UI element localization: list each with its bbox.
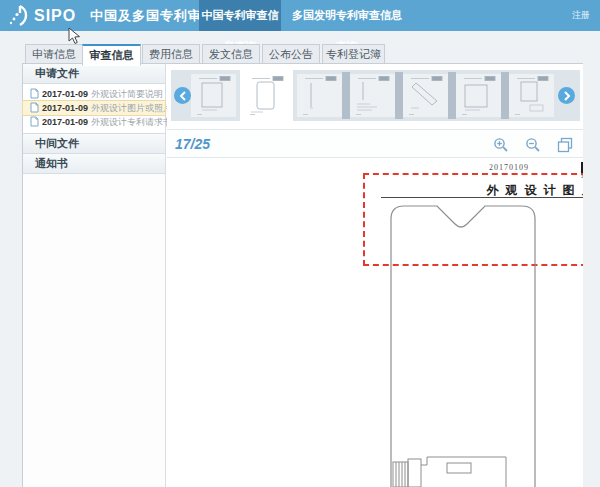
thumbnail-tablet-front[interactable] xyxy=(191,74,236,117)
nav-tab-multinational-patent[interactable]: 多国发明专利审查信息查询 xyxy=(288,0,406,31)
mouse-cursor-icon xyxy=(68,27,81,45)
design-drawing-phone-front xyxy=(384,200,544,487)
section-tabbar: 申请信息 审查信息 费用信息 发文信息 公布公告 专利登记簿 xyxy=(0,44,600,64)
tab-examination-info[interactable]: 审查信息 xyxy=(82,44,141,66)
file-label: 外观设计简要说明 xyxy=(91,88,163,101)
thumbnail-preview-icon xyxy=(191,74,236,117)
thumbnail-separator xyxy=(342,72,350,119)
thumbnail-separator xyxy=(448,72,456,119)
app-header: SIPO 中国及多国专利审查信息查询 中国专利审查信息查询 多国发明专利审查信息… xyxy=(0,0,600,31)
file-item[interactable]: 2017-01-09外观设计专利请求书 xyxy=(23,115,165,129)
file-item[interactable]: 2017-01-09外观设计简要说明 xyxy=(23,87,165,101)
thumbnail-preview-icon xyxy=(509,74,554,117)
thumbnail-small-rect[interactable] xyxy=(509,74,554,117)
sidebar-section-intermediate-files[interactable]: 中间文件 xyxy=(23,134,165,154)
design-drawing-bottom-detail xyxy=(384,450,519,487)
thumbnail-separator xyxy=(501,72,509,119)
thumbnails-next-button[interactable] xyxy=(558,87,575,104)
thumbnail-vertical-line[interactable] xyxy=(297,74,342,117)
tab-publication-announcement[interactable]: 公布公告 xyxy=(262,44,320,64)
thumbnail-line-with-text[interactable] xyxy=(350,74,395,117)
content-panel: 申请文件 2017-01-09外观设计简要说明2017-01-09外观设计图片或… xyxy=(22,63,583,487)
logo-text: SIPO xyxy=(34,7,76,25)
thumbnail-preview-icon xyxy=(244,74,289,117)
thumbnail-perspective-view[interactable] xyxy=(403,74,448,117)
document-icon xyxy=(30,88,39,101)
file-label: 外观设计专利请求书 xyxy=(91,116,172,129)
sidebar-section-notifications[interactable]: 通知书 xyxy=(23,154,165,174)
document-icon xyxy=(30,116,39,129)
zoom-out-icon[interactable] xyxy=(525,137,541,153)
register-link[interactable]: 注册 xyxy=(572,0,590,31)
nav-tab-china-patent[interactable]: 中国专利审查信息查询 xyxy=(199,0,281,31)
tab-issued-documents[interactable]: 发文信息 xyxy=(202,44,260,64)
thumbnail-preview-icon xyxy=(456,74,501,117)
thumbnail-rect-outline[interactable] xyxy=(456,74,501,117)
zoom-in-icon[interactable] xyxy=(493,137,509,153)
document-viewer: 17/25 20170109 xyxy=(167,64,583,487)
file-list: 2017-01-09外观设计简要说明2017-01-09外观设计图片或照片201… xyxy=(23,84,165,134)
thumbnails-prev-button[interactable] xyxy=(174,87,191,104)
sipo-logo-icon xyxy=(8,4,30,28)
file-date: 2017-01-09 xyxy=(42,89,88,99)
document-sidebar: 申请文件 2017-01-09外观设计简要说明2017-01-09外观设计图片或… xyxy=(23,64,166,487)
chevron-right-icon xyxy=(563,91,571,101)
thumbnail-separator xyxy=(395,72,403,119)
document-date-stamp: 20170109 xyxy=(489,163,529,172)
thumbnail-strip xyxy=(171,70,580,121)
tab-application-info[interactable]: 申请信息 xyxy=(25,44,83,64)
thumbnail-preview-icon xyxy=(297,74,342,117)
document-page: 20170109 2017300375182 外观设计图片或照片 xyxy=(167,158,583,487)
viewer-toolbar: 17/25 xyxy=(167,129,583,158)
tab-patent-register[interactable]: 专利登记簿 xyxy=(322,44,385,64)
thumbnail-phone-front[interactable] xyxy=(244,74,289,117)
document-icon xyxy=(30,102,39,115)
thumbnail-preview-icon xyxy=(403,74,448,117)
sidebar-section-application-files[interactable]: 申请文件 xyxy=(23,64,165,84)
multi-page-view-icon[interactable] xyxy=(557,137,573,153)
patent-query-app: SIPO 中国及多国专利审查信息查询 中国专利审查信息查询 多国发明专利审查信息… xyxy=(0,0,600,487)
file-date: 2017-01-09 xyxy=(42,103,88,113)
chevron-left-icon xyxy=(179,91,187,101)
file-item[interactable]: 2017-01-09外观设计图片或照片 xyxy=(23,101,165,115)
page-indicator: 17/25 xyxy=(175,136,210,152)
sipo-logo[interactable]: SIPO xyxy=(8,3,76,29)
file-date: 2017-01-09 xyxy=(42,117,88,127)
tab-fee-info[interactable]: 费用信息 xyxy=(142,44,200,64)
file-label: 外观设计图片或照片 xyxy=(91,102,172,115)
thumbnail-preview-icon xyxy=(350,74,395,117)
